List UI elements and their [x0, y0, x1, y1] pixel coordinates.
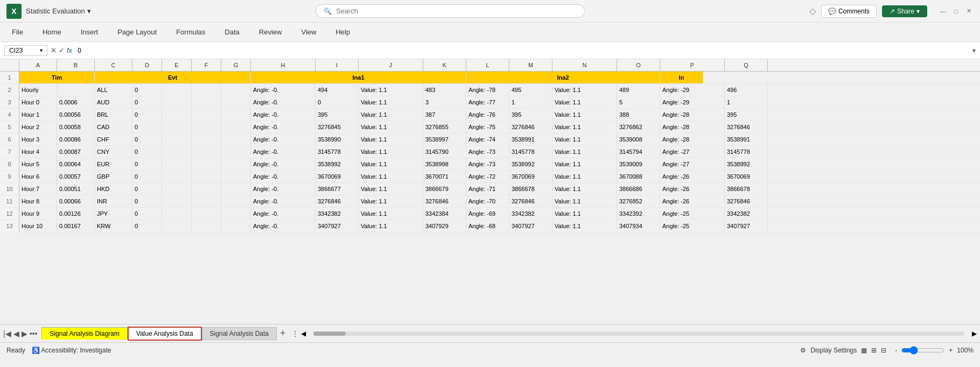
cell[interactable]: 494	[316, 84, 359, 96]
cell[interactable]: 0	[132, 195, 162, 207]
cell[interactable]: Angle: -29	[660, 96, 725, 108]
cell[interactable]	[192, 121, 221, 133]
cell[interactable]: 395	[316, 109, 359, 121]
ribbon-formulas[interactable]: Formulas	[173, 26, 208, 38]
cell[interactable]	[221, 146, 251, 158]
cell[interactable]	[162, 146, 192, 158]
cell[interactable]: 0.00064	[57, 158, 95, 170]
cell[interactable]: 3276855	[423, 121, 466, 133]
col-header-Q[interactable]: Q	[725, 59, 768, 71]
cell[interactable]	[162, 158, 192, 170]
cell[interactable]	[162, 220, 192, 232]
cell[interactable]: Angle: -73	[466, 158, 509, 170]
cell[interactable]: 3276862	[617, 121, 660, 133]
cell[interactable]: 395	[509, 109, 552, 121]
cell[interactable]: Hour 10	[19, 220, 57, 232]
cell[interactable]: INR	[95, 195, 132, 207]
cell[interactable]: 3	[423, 96, 466, 108]
formula-expand-icon[interactable]: ▾	[972, 47, 976, 54]
col-header-M[interactable]: M	[509, 59, 552, 71]
cell[interactable]: Value: 1.1	[359, 208, 423, 220]
cell[interactable]: Angle: -0.	[251, 158, 316, 170]
ribbon-view[interactable]: View	[298, 26, 319, 38]
page-break-view-icon[interactable]: ⊟	[881, 347, 886, 354]
cell[interactable]: 3407934	[617, 220, 660, 232]
cell[interactable]: Tim	[19, 72, 95, 83]
cell[interactable]	[192, 171, 221, 182]
formula-cancel-icon[interactable]: ✕	[51, 46, 57, 54]
col-header-F[interactable]: F	[192, 59, 221, 71]
col-header-E[interactable]: E	[162, 59, 192, 71]
cell[interactable]: Angle: -72	[466, 171, 509, 182]
cell[interactable]: Angle: -0.	[251, 109, 316, 121]
formula-input[interactable]	[75, 46, 969, 55]
cell[interactable]: Angle: -68	[466, 220, 509, 232]
cell[interactable]: Angle: -71	[466, 183, 509, 195]
cell[interactable]: 3276846	[423, 195, 466, 207]
cell[interactable]: Angle: -29	[660, 84, 725, 96]
tab-nav-prev[interactable]: ◀	[13, 329, 19, 338]
cell[interactable]: 3342382	[509, 208, 552, 220]
accessibility-icon[interactable]: ♿	[32, 347, 40, 354]
zoom-out-icon[interactable]: -	[895, 347, 897, 354]
cell[interactable]: 3342382	[316, 208, 359, 220]
cell[interactable]: GBP	[95, 171, 132, 182]
cell[interactable]: 3866686	[617, 183, 660, 195]
cell[interactable]: Hour 1	[19, 109, 57, 121]
col-header-G[interactable]: G	[221, 59, 251, 71]
cell[interactable]: Value: 1.1	[552, 195, 617, 207]
cell-reference[interactable]: CI23 ▾	[4, 45, 47, 56]
cell[interactable]: 3538992	[509, 158, 552, 170]
cell[interactable]	[221, 208, 251, 220]
cell[interactable]: 0	[132, 183, 162, 195]
cell[interactable]: Hour 4	[19, 146, 57, 158]
cell[interactable]: Angle: -75	[466, 121, 509, 133]
cell[interactable]: 0	[132, 146, 162, 158]
cell[interactable]: 3145790	[423, 146, 466, 158]
add-sheet-button[interactable]: +	[280, 328, 286, 339]
cell[interactable]: Value: 1.1	[552, 133, 617, 145]
cell[interactable]: 3276846	[725, 121, 768, 133]
maximize-button[interactable]: □	[951, 6, 961, 16]
cell[interactable]: Value: 1.1	[359, 109, 423, 121]
cell[interactable]: 0.0006	[57, 96, 95, 108]
cell[interactable]: 0.00126	[57, 208, 95, 220]
data-rows[interactable]: 1TimEvtIna1Ina2Ina2In2HourlyALL0Angle: -…	[0, 72, 980, 324]
cell[interactable]: 0	[132, 171, 162, 182]
cell[interactable]	[221, 183, 251, 195]
cell[interactable]: EUR	[95, 158, 132, 170]
zoom-slider[interactable]	[901, 346, 944, 355]
cell[interactable]: HKD	[95, 183, 132, 195]
cell[interactable]: Value: 1.1	[359, 183, 423, 195]
cell[interactable]	[192, 84, 221, 96]
ribbon-help[interactable]: Help	[332, 26, 353, 38]
cell[interactable]: Value: 1.1	[552, 84, 617, 96]
ribbon-data[interactable]: Data	[221, 26, 242, 38]
ribbon-page-layout[interactable]: Page Layout	[114, 26, 160, 38]
cell[interactable]: Value: 1.1	[552, 208, 617, 220]
cell[interactable]	[221, 96, 251, 108]
cell[interactable]	[192, 183, 221, 195]
cell[interactable]: CHF	[95, 133, 132, 145]
cell[interactable]: Value: 1.1	[552, 183, 617, 195]
cell[interactable]: AUD	[95, 96, 132, 108]
cell[interactable]: Value: 1.1	[552, 158, 617, 170]
cell[interactable]: Value: 1.1	[552, 220, 617, 232]
col-header-L[interactable]: L	[466, 59, 509, 71]
cell[interactable]: 3538990	[316, 133, 359, 145]
cell[interactable]	[162, 121, 192, 133]
cell[interactable]	[221, 158, 251, 170]
cell[interactable]: In	[660, 72, 703, 83]
cell[interactable]: BRL	[95, 109, 132, 121]
cell[interactable]: Hour 0	[19, 96, 57, 108]
cell[interactable]	[221, 109, 251, 121]
cell[interactable]: 0	[132, 84, 162, 96]
cell[interactable]: Value: 1.1	[552, 109, 617, 121]
cell[interactable]: Angle: -76	[466, 109, 509, 121]
col-header-O[interactable]: O	[617, 59, 660, 71]
cell[interactable]: 0.00086	[57, 133, 95, 145]
cell[interactable]	[162, 96, 192, 108]
cell[interactable]	[162, 171, 192, 182]
cell[interactable]: Angle: -78	[466, 84, 509, 96]
cell[interactable]: CAD	[95, 121, 132, 133]
